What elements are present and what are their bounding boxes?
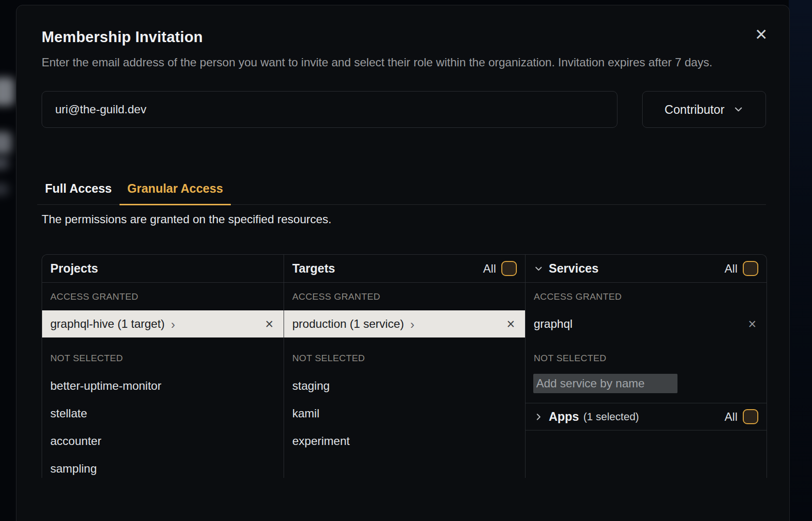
apps-all-label: All bbox=[724, 410, 737, 424]
close-icon[interactable]: × bbox=[751, 24, 772, 45]
projects-header: Projects bbox=[42, 255, 284, 283]
targets-all-checkbox[interactable] bbox=[501, 261, 517, 276]
tab-full-access[interactable]: Full Access bbox=[37, 169, 120, 205]
selected-project-label: graphql-hive (1 target) bbox=[50, 317, 165, 331]
services-not-selected-label: NOT SELECTED bbox=[526, 344, 767, 372]
resources-table: Projects ACCESS GRANTED graphql-hive (1 … bbox=[42, 254, 767, 478]
targets-all-wrap: All bbox=[483, 261, 517, 276]
targets-header-label: Targets bbox=[292, 261, 335, 276]
background-blur-blob bbox=[0, 157, 9, 169]
chevron-right-icon bbox=[534, 412, 543, 422]
access-tabs: Full Access Granular Access bbox=[37, 169, 766, 205]
chevron-down-icon bbox=[733, 104, 744, 115]
services-all-label: All bbox=[724, 262, 737, 276]
role-select[interactable]: Contributor bbox=[642, 91, 766, 128]
project-list-item[interactable]: stellate bbox=[42, 399, 284, 427]
services-all-checkbox[interactable] bbox=[743, 261, 758, 276]
target-list-item[interactable]: kamil bbox=[284, 399, 525, 427]
services-all-wrap: All bbox=[724, 261, 758, 276]
apps-all-wrap: All bbox=[724, 409, 758, 424]
invite-row: Contributor bbox=[42, 91, 766, 128]
membership-invitation-dialog: × Membership Invitation Enter the email … bbox=[16, 5, 790, 521]
projects-not-selected-label: NOT SELECTED bbox=[42, 344, 284, 372]
target-list-item[interactable]: experiment bbox=[284, 427, 525, 455]
remove-service-icon[interactable]: × bbox=[746, 317, 758, 331]
selected-target-row[interactable]: production (1 service) › × bbox=[284, 310, 525, 337]
remove-project-icon[interactable]: × bbox=[263, 317, 275, 331]
background-blur-blob bbox=[0, 77, 15, 106]
targets-not-selected-label: NOT SELECTED bbox=[284, 344, 525, 372]
selected-project-row[interactable]: graphql-hive (1 target) › × bbox=[42, 310, 284, 337]
background-blur-blob bbox=[0, 132, 12, 154]
services-column: Services All ACCESS GRANTED graphql × NO… bbox=[525, 255, 767, 478]
projects-column: Projects ACCESS GRANTED graphql-hive (1 … bbox=[42, 255, 284, 478]
targets-header: Targets All bbox=[284, 255, 525, 283]
targets-column: Targets All ACCESS GRANTED production (1… bbox=[284, 255, 525, 478]
project-list-item[interactable]: sampling bbox=[42, 455, 284, 478]
dialog-description: Enter the email address of the person yo… bbox=[42, 54, 725, 71]
apps-all-checkbox[interactable] bbox=[743, 409, 758, 424]
targets-list: stagingkamilexperiment bbox=[284, 372, 525, 455]
projects-list: better-uptime-monitorstellateaccountersa… bbox=[42, 372, 284, 478]
background-blur-blob bbox=[0, 183, 9, 196]
projects-header-label: Projects bbox=[50, 261, 98, 276]
role-select-value: Contributor bbox=[664, 103, 724, 117]
targets-all-label: All bbox=[483, 262, 496, 276]
dialog-title: Membership Invitation bbox=[42, 29, 766, 46]
chevron-right-icon: › bbox=[410, 317, 415, 331]
permissions-note: The permissions are granted on the speci… bbox=[42, 213, 766, 226]
services-header-label: Services bbox=[549, 261, 599, 276]
services-header[interactable]: Services All bbox=[526, 255, 767, 283]
apps-selected-count: (1 selected) bbox=[584, 411, 639, 423]
selected-service-row[interactable]: graphql × bbox=[526, 310, 767, 337]
email-input[interactable] bbox=[42, 91, 617, 128]
projects-access-granted-label: ACCESS GRANTED bbox=[42, 283, 284, 310]
project-list-item[interactable]: better-uptime-monitor bbox=[42, 372, 284, 399]
background-right-strip bbox=[789, 0, 812, 521]
add-service-input[interactable] bbox=[533, 374, 677, 393]
selected-service-label: graphql bbox=[534, 317, 572, 331]
tab-granular-access[interactable]: Granular Access bbox=[120, 169, 231, 205]
selected-target-label: production (1 service) bbox=[292, 317, 404, 331]
chevron-down-icon bbox=[534, 264, 543, 274]
target-list-item[interactable]: staging bbox=[284, 372, 525, 399]
project-list-item[interactable]: accounter bbox=[42, 427, 284, 455]
services-access-granted-label: ACCESS GRANTED bbox=[526, 283, 767, 310]
chevron-right-icon: › bbox=[171, 317, 175, 331]
remove-target-icon[interactable]: × bbox=[505, 317, 517, 331]
apps-section-row[interactable]: Apps (1 selected) All bbox=[526, 403, 767, 430]
targets-access-granted-label: ACCESS GRANTED bbox=[284, 283, 525, 310]
apps-label: Apps bbox=[549, 410, 579, 424]
